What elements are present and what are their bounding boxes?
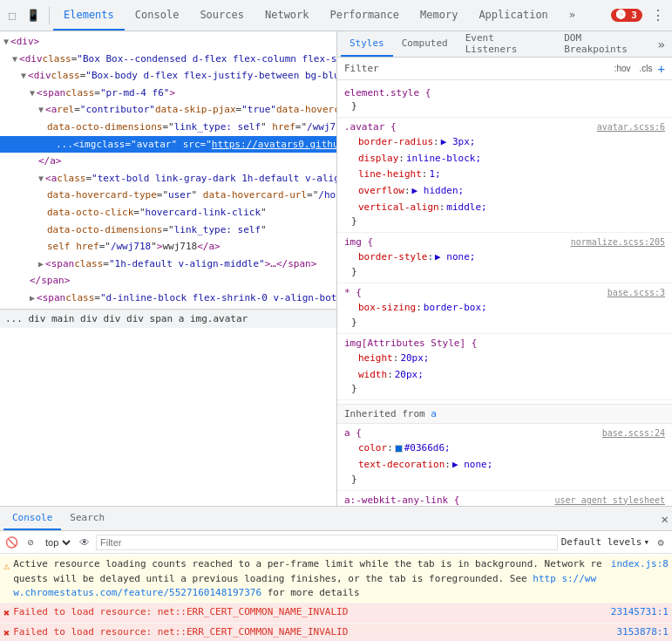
tab-application[interactable]: Application <box>468 0 558 31</box>
styles-tab-more[interactable]: » <box>655 38 669 51</box>
triangle-icon[interactable] <box>38 257 44 271</box>
star-source[interactable]: base.scss:3 <box>608 288 665 297</box>
element-row[interactable]: <span class="d-inline-block flex-shrink-… <box>0 290 336 307</box>
hov-button[interactable]: :hov <box>611 63 635 74</box>
styles-content: element.style { } .avatar { avatar.scss:… <box>337 80 672 506</box>
style-block-webkit-link: a:-webkit-any-link { user agent styleshe… <box>337 491 672 506</box>
triangle-icon[interactable] <box>12 52 17 66</box>
element-row[interactable]: </span> <box>0 272 336 290</box>
error-icon-1: ✖ <box>3 605 10 621</box>
tab-event-listeners[interactable]: Event Listeners <box>457 31 555 57</box>
tab-console[interactable]: Console <box>125 0 190 31</box>
tab-dom-breakpoints[interactable]: DOM Breakpoints <box>555 31 654 57</box>
tab-computed[interactable]: Computed <box>393 31 457 57</box>
img-selector: img { <box>344 236 373 248</box>
element-row[interactable]: data-octo-click="hovercard-link-click" <box>0 204 336 222</box>
console-messages: ⚠ Active resource loading counts reached… <box>0 554 672 641</box>
element-row[interactable]: </a> <box>0 153 336 170</box>
styles-panel: Styles Computed Event Listeners DOM Brea… <box>337 31 672 506</box>
element-row[interactable]: <a rel="contributor" data-skip-pjax="tru… <box>0 101 336 119</box>
context-select[interactable]: top <box>42 536 73 549</box>
console-settings-icon[interactable]: ⊘ <box>23 535 38 550</box>
elements-panel: <div> <div class="Box Box--condensed d-f… <box>0 31 337 506</box>
styles-tabs: Styles Computed Event Listeners DOM Brea… <box>337 31 672 58</box>
tab-search-bottom[interactable]: Search <box>61 507 113 530</box>
more-options-icon[interactable]: ⋮ <box>648 7 669 24</box>
webkit-selector: a:-webkit-any-link { <box>344 494 459 506</box>
selected-element-row[interactable]: ... <img class="avatar" src="https://ava… <box>0 136 336 153</box>
triangle-icon[interactable] <box>30 86 35 100</box>
element-row[interactable]: data-hovercard-type="user" data-hovercar… <box>0 187 336 204</box>
warning-source[interactable]: index.js:8 <box>611 557 669 572</box>
element-row[interactable]: data-octo-dimensions="link_type: self" <box>0 222 336 239</box>
style-block-element: element.style { } <box>337 84 672 118</box>
color-swatch <box>395 445 403 453</box>
tab-network[interactable]: Network <box>255 0 320 31</box>
element-row[interactable]: <div class="Box Box--condensed d-flex fl… <box>0 51 336 68</box>
error-text-2: Failed to load resource: net::ERR_CERT_C… <box>13 625 613 640</box>
tab-more[interactable]: » <box>559 0 586 31</box>
style-block-img: img { normalize.scss:205 border-style: ▶… <box>337 233 672 283</box>
element-row[interactable]: data-octo-dimensions="link_type: self" h… <box>0 119 336 136</box>
elements-tree: <div> <div class="Box Box--condensed d-f… <box>0 31 336 309</box>
error-text-1: Failed to load resource: net::ERR_CERT_C… <box>13 605 608 620</box>
style-selector: element.style { <box>344 87 431 99</box>
top-bar-icons: ⬚ 📱 <box>3 7 50 24</box>
webkit-source: user agent stylesheet <box>555 495 665 505</box>
style-block-avatar: .avatar { avatar.scss:6 border-radius: ▶… <box>337 118 672 233</box>
filter-buttons: :hov .cls + <box>611 62 665 76</box>
error-source-2[interactable]: 3153878:1 <box>616 625 669 640</box>
tab-console-bottom[interactable]: Console <box>3 507 61 530</box>
cls-button[interactable]: .cls <box>636 63 656 74</box>
eye-icon[interactable]: 👁 <box>77 535 92 550</box>
inspect-icon[interactable]: ⬚ <box>3 7 21 24</box>
triangle-icon[interactable] <box>38 172 44 186</box>
top-tabs: Elements Console Sources Network Perform… <box>53 0 611 31</box>
error-source-1[interactable]: 23145731:1 <box>611 605 669 620</box>
tab-memory[interactable]: Memory <box>410 0 468 31</box>
triangle-icon[interactable] <box>38 103 44 117</box>
element-row[interactable]: self href="/wwj718">wwj718</a> <box>0 238 336 256</box>
tab-elements[interactable]: Elements <box>53 0 125 31</box>
console-toolbar: 🚫 ⊘ top 👁 Default levels ▾ ⚙ <box>0 531 672 554</box>
chromestatus-link[interactable]: http s://www.chromestatus.com/feature/55… <box>13 573 596 599</box>
breadcrumb: ... div main div div div span a img.avat… <box>0 309 336 329</box>
inherited-element-link[interactable]: a <box>431 408 437 419</box>
filter-bar: Filter :hov .cls + <box>337 58 672 80</box>
element-row[interactable]: <div> <box>0 33 336 51</box>
console-error-msg-1: ✖ Failed to load resource: net::ERR_CERT… <box>0 603 672 624</box>
style-block-a: a { base.scss:24 color: #0366d6; text-de… <box>337 424 672 490</box>
avatar-source[interactable]: avatar.scss:6 <box>597 122 665 132</box>
img-source[interactable]: normalize.scss:205 <box>571 237 665 247</box>
triangle-icon[interactable] <box>3 35 9 49</box>
tab-performance[interactable]: Performance <box>320 0 410 31</box>
warning-text: Active resource loading counts reached t… <box>13 557 608 601</box>
element-row[interactable]: <span class="pr-md-4 f6"> <box>0 85 336 102</box>
top-bar-right: ⓿ 3 ⋮ <box>611 7 669 24</box>
triangle-icon[interactable] <box>30 291 35 305</box>
tab-styles[interactable]: Styles <box>341 31 393 57</box>
console-warning-msg: ⚠ Active resource loading counts reached… <box>0 556 672 603</box>
default-levels-select[interactable]: Default levels ▾ <box>561 536 649 548</box>
top-bar: ⬚ 📱 Elements Console Sources Network Per… <box>0 0 672 31</box>
warning-icon: ⚠ <box>3 558 10 574</box>
console-tabs: Console Search ✕ <box>0 507 672 531</box>
element-row[interactable]: <span class="1h-default v-align-middle">… <box>0 256 336 273</box>
element-row[interactable]: <a class="text-bold link-gray-dark 1h-de… <box>0 170 336 188</box>
star-selector: * { <box>344 287 362 298</box>
a-source[interactable]: base.scss:24 <box>602 428 665 438</box>
tab-sources[interactable]: Sources <box>189 0 255 31</box>
add-style-button[interactable]: + <box>658 62 665 76</box>
element-row[interactable]: <div class="Box-body d-flex flex-justify… <box>0 67 336 85</box>
clear-console-button[interactable]: 🚫 <box>3 535 19 550</box>
device-icon[interactable]: 📱 <box>24 7 42 24</box>
close-console-button[interactable]: ✕ <box>662 512 669 526</box>
breadcrumb-text: ... div main div div div span a img.avat… <box>5 313 248 324</box>
avatar-selector: .avatar { <box>344 121 397 133</box>
console-gear-icon[interactable]: ⚙ <box>653 535 669 550</box>
console-filter-input[interactable] <box>96 535 558 550</box>
style-close-brace: } <box>351 100 357 112</box>
bottom-panel: Console Search ✕ 🚫 ⊘ top 👁 Default level… <box>0 506 672 641</box>
error-badge: ⓿ 3 <box>611 9 642 22</box>
triangle-icon[interactable] <box>21 69 26 83</box>
